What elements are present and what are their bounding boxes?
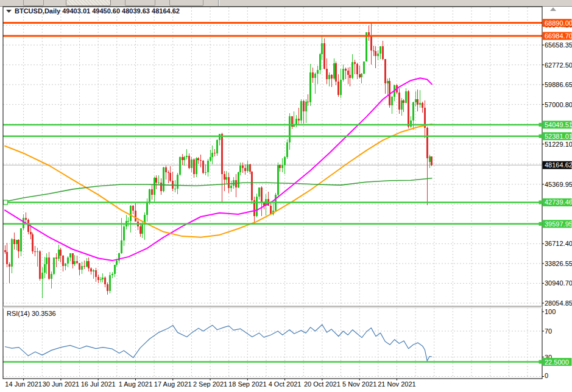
candle-body <box>247 164 249 171</box>
symbol-dropdown-icon[interactable] <box>6 10 12 13</box>
candle-body <box>6 252 8 264</box>
candle-body <box>18 240 19 251</box>
candle-body <box>289 116 291 142</box>
candle-body <box>300 101 302 121</box>
candle-body <box>39 251 41 279</box>
candle-body <box>347 71 349 75</box>
candle-body <box>314 74 316 78</box>
candle-body <box>363 61 365 74</box>
date-label: 2 Sep 2021 <box>193 380 227 388</box>
candle-body <box>30 232 32 234</box>
candle-body <box>426 128 428 158</box>
candle-body <box>130 206 132 221</box>
candle-body <box>214 153 216 153</box>
candle-body <box>107 284 108 291</box>
candle-body <box>219 134 221 140</box>
candle-body <box>174 189 176 189</box>
line-anchor-square <box>539 135 543 138</box>
price-tick-label: 45369.95 <box>545 181 572 188</box>
candle-body <box>200 160 202 161</box>
price-tick-label: 36712.40 <box>545 240 572 247</box>
candle-body <box>321 43 323 54</box>
candle-body <box>251 172 253 200</box>
hline-price-label-text: 68890.00 <box>545 19 572 27</box>
line-anchor-square <box>539 200 543 204</box>
candle-body <box>249 164 251 172</box>
candle-body <box>51 274 52 279</box>
candle-body <box>211 153 213 158</box>
candle-body <box>422 103 423 108</box>
candle-body <box>193 159 195 174</box>
hline-price-label-text: 54049.51 <box>545 121 572 128</box>
price-tick-label: 62772.50 <box>545 61 572 69</box>
candle-body <box>270 206 272 214</box>
candle-body <box>354 62 356 64</box>
candle-body <box>165 167 167 172</box>
candle-body <box>53 257 55 274</box>
candle-body <box>186 156 188 157</box>
candle-body <box>13 239 15 244</box>
candle-body <box>155 178 157 183</box>
candle-body <box>323 43 325 69</box>
price-axis[interactable]: 68544.2065658.3562772.5059886.6557000.80… <box>539 19 572 379</box>
candle-body <box>158 183 160 183</box>
time-axis[interactable]: 14 Jun 202130 Jun 202116 Jul 20211 Aug 2… <box>5 379 415 388</box>
candle-body <box>370 37 372 51</box>
candle-body <box>69 253 71 257</box>
candle-body <box>188 156 190 168</box>
candle-body <box>93 270 94 271</box>
candle-body <box>79 263 80 270</box>
scroll-up-icon[interactable] <box>550 7 556 11</box>
chart-title: BTCUSD,Daily 49403.01 49450.60 48039.63 … <box>15 7 180 15</box>
candle-body <box>179 157 181 174</box>
candle-body <box>210 157 211 161</box>
candle-body <box>100 279 102 280</box>
candle-body <box>27 220 29 232</box>
candle-body <box>279 165 281 169</box>
candle-body <box>191 159 192 169</box>
candle-body <box>4 250 6 252</box>
candle-body <box>139 226 141 233</box>
candle-body <box>123 226 125 240</box>
line-handle[interactable] <box>4 200 8 205</box>
candle-body <box>286 142 288 158</box>
candle-body <box>32 234 34 251</box>
candle-body <box>239 166 241 172</box>
candle-body <box>261 187 263 202</box>
grid-layer <box>3 7 542 378</box>
candle-body <box>401 100 403 110</box>
candle-body <box>398 93 400 109</box>
candle-body <box>375 51 376 56</box>
candle-body <box>163 167 164 191</box>
candle-body <box>405 91 407 103</box>
candle-body <box>146 202 148 215</box>
line-anchor-square <box>539 360 543 364</box>
candle-body <box>337 82 339 94</box>
candle-body <box>331 75 333 79</box>
candle-body <box>403 100 404 103</box>
candle-body <box>67 257 69 264</box>
candle-body <box>20 228 22 251</box>
date-label: 5 Nov 2021 <box>342 380 376 388</box>
candle-body <box>160 183 162 191</box>
candle-body <box>244 168 246 171</box>
candle-body <box>309 72 311 103</box>
ma-slow-green-line <box>5 178 432 201</box>
candle-body <box>11 239 13 267</box>
candle-body <box>83 266 85 267</box>
candle-body <box>410 121 412 127</box>
candle-body <box>417 99 418 105</box>
candle-body <box>97 277 99 281</box>
candle-body <box>41 273 43 279</box>
candle-body <box>359 74 361 77</box>
candle-body <box>356 64 358 74</box>
rsi-label: RSI(14) 30.3536 <box>7 310 56 317</box>
ma-mid-orange-line <box>5 124 432 237</box>
candle-body <box>202 161 204 173</box>
candle-body <box>230 186 232 189</box>
date-label: 20 Oct 2021 <box>304 380 341 388</box>
candle-body <box>284 157 286 164</box>
candle-body <box>387 81 389 83</box>
candle-body <box>312 72 314 78</box>
candle-body <box>412 102 414 120</box>
